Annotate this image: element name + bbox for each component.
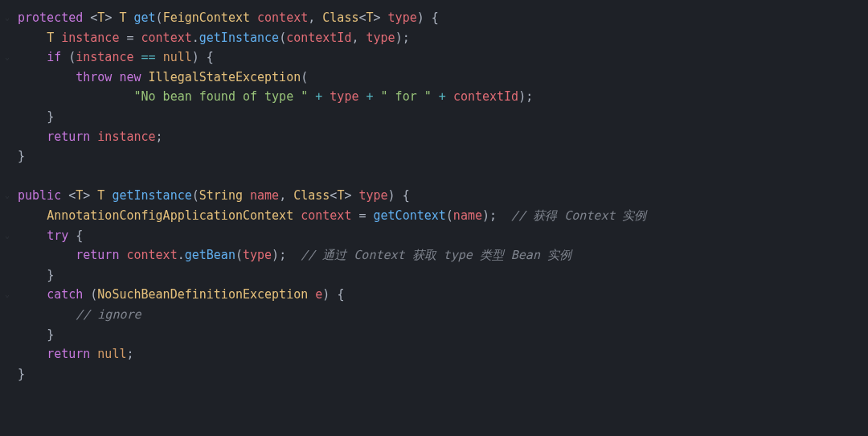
fold-icon[interactable]: ⌄ <box>0 285 14 305</box>
code-line: return null; <box>18 347 134 361</box>
code-line: // ignore <box>18 307 141 322</box>
code-line: AnnotationConfigApplicationContext conte… <box>18 208 646 223</box>
code-line: protected <T> T get(FeignContext context… <box>18 10 439 25</box>
code-line: return context.getBean(type); // 通过 Cont… <box>18 248 571 262</box>
code-line <box>18 169 25 183</box>
fold-icon[interactable]: ⌄ <box>0 47 14 68</box>
code-line: throw new IllegalStateException( <box>18 70 308 84</box>
code-line: } <box>18 109 54 124</box>
fold-icon[interactable]: ⌄ <box>0 8 14 28</box>
code-line: catch (NoSuchBeanDefinitionException e) … <box>18 287 344 302</box>
code-line: } <box>18 367 25 381</box>
fold-icon[interactable]: ⌄ <box>0 186 14 206</box>
code-line: "No bean found of type " + type + " for … <box>18 89 533 104</box>
code-line: } <box>18 268 54 282</box>
code-line: public <T> T getInstance(String name, Cl… <box>18 188 410 203</box>
code-line: return instance; <box>18 130 163 144</box>
code-line: } <box>18 149 25 163</box>
code-line: try { <box>18 228 83 243</box>
code-line: T instance = context.getInstance(context… <box>18 31 410 45</box>
gutter: ⌄ ⌄ ⌄ ⌄ ⌄ <box>0 8 14 384</box>
code-line: if (instance == null) { <box>18 50 214 64</box>
code-line: } <box>18 327 54 342</box>
code-editor[interactable]: protected <T> T get(FeignContext context… <box>18 8 868 384</box>
fold-icon[interactable]: ⌄ <box>0 226 14 246</box>
